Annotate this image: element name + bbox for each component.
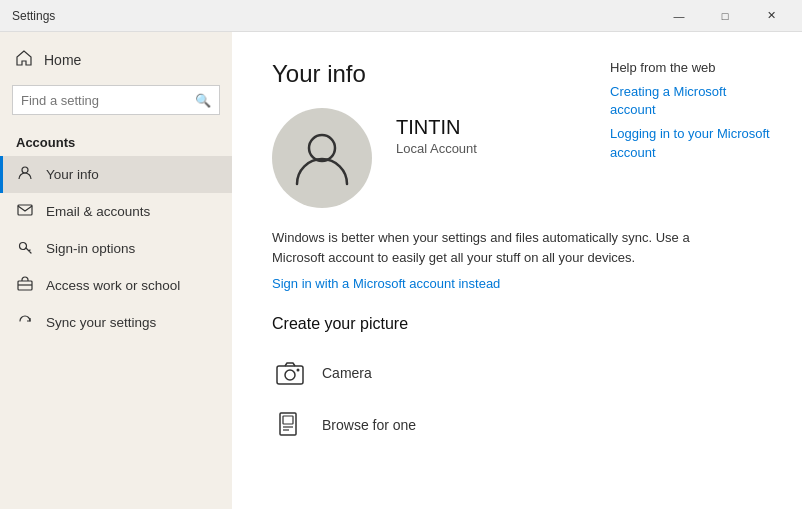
camera-icon — [272, 355, 308, 391]
sidebar-item-email-accounts[interactable]: Email & accounts — [0, 193, 232, 230]
sidebar-item-label-your-info: Your info — [46, 167, 99, 182]
browse-label: Browse for one — [322, 417, 416, 433]
window-controls: — □ ✕ — [656, 0, 794, 32]
briefcase-icon — [16, 276, 34, 295]
window-title: Settings — [12, 9, 55, 23]
svg-point-2 — [20, 243, 27, 250]
home-label: Home — [44, 52, 81, 68]
search-icon: 🔍 — [195, 93, 211, 108]
help-link-create-ms[interactable]: Creating a Microsoft account — [610, 83, 770, 119]
sidebar-item-label-sync: Sync your settings — [46, 315, 156, 330]
maximize-button[interactable]: □ — [702, 0, 748, 32]
svg-point-8 — [297, 369, 300, 372]
sidebar-item-label-signin: Sign-in options — [46, 241, 135, 256]
sidebar-search-box[interactable]: 🔍 — [12, 85, 220, 115]
sidebar-item-your-info[interactable]: Your info — [0, 156, 232, 193]
help-panel: Help from the web Creating a Microsoft a… — [610, 60, 770, 168]
person-icon — [16, 165, 34, 184]
camera-option[interactable]: Camera — [272, 347, 762, 399]
sidebar-item-label-email: Email & accounts — [46, 204, 150, 219]
svg-rect-10 — [283, 416, 293, 424]
app-body: Home 🔍 Accounts Your info — [0, 32, 802, 509]
svg-rect-6 — [277, 366, 303, 384]
avatar — [272, 108, 372, 208]
sidebar-item-home[interactable]: Home — [0, 40, 232, 79]
svg-point-0 — [22, 167, 28, 173]
username: TINTIN — [396, 116, 477, 139]
email-icon — [16, 202, 34, 221]
browse-icon — [272, 407, 308, 443]
svg-rect-1 — [18, 205, 32, 215]
account-type: Local Account — [396, 141, 477, 156]
key-icon — [16, 239, 34, 258]
help-title: Help from the web — [610, 60, 770, 75]
svg-point-5 — [309, 135, 335, 161]
main-content: Help from the web Creating a Microsoft a… — [232, 32, 802, 509]
sync-icon — [16, 313, 34, 332]
sidebar-section-label: Accounts — [0, 127, 232, 156]
search-input[interactable] — [21, 93, 195, 108]
browse-option[interactable]: Browse for one — [272, 399, 762, 451]
avatar-person-icon — [292, 128, 352, 188]
help-link-login-ms[interactable]: Logging in to your Microsoft account — [610, 125, 770, 161]
minimize-button[interactable]: — — [656, 0, 702, 32]
title-bar: Settings — □ ✕ — [0, 0, 802, 32]
sync-description: Windows is better when your settings and… — [272, 228, 692, 267]
close-button[interactable]: ✕ — [748, 0, 794, 32]
sidebar: Home 🔍 Accounts Your info — [0, 32, 232, 509]
sidebar-item-work[interactable]: Access work or school — [0, 267, 232, 304]
sidebar-item-label-work: Access work or school — [46, 278, 180, 293]
home-icon — [16, 50, 32, 69]
sidebar-item-sync[interactable]: Sync your settings — [0, 304, 232, 341]
camera-label: Camera — [322, 365, 372, 381]
sidebar-item-sign-in[interactable]: Sign-in options — [0, 230, 232, 267]
ms-account-link[interactable]: Sign in with a Microsoft account instead — [272, 276, 500, 291]
picture-heading: Create your picture — [272, 315, 762, 333]
user-info: TINTIN Local Account — [396, 116, 477, 156]
svg-point-7 — [285, 370, 295, 380]
